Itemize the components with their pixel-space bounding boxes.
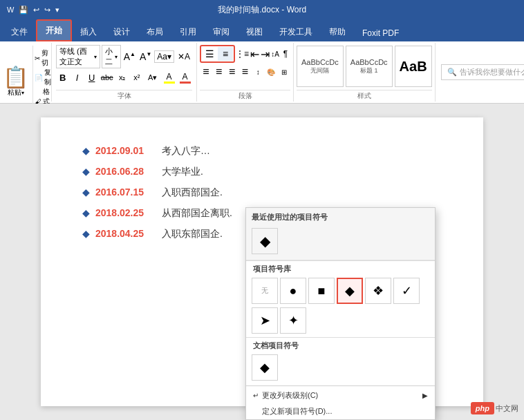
bullet-star2-item[interactable]: ✦	[280, 307, 306, 334]
list-item: ◆ 2012.09.01 考入八字…	[82, 145, 442, 158]
doc-bullets-grid: ◆	[246, 352, 435, 384]
tab-foxit[interactable]: Foxit PDF	[354, 24, 407, 41]
bullet-star-item[interactable]: ❖	[365, 278, 391, 304]
recently-used-section: 最近使用过的项目符号 ◆	[246, 208, 435, 260]
superscript-button[interactable]: x²	[130, 70, 143, 84]
paragraph-group: ☰ ≡ ⋮≡ ⇤ ⇥ ↕A ¶ ≡ ≡ ≡ ≡ ↕ 🎨 ⊞ 段落	[197, 43, 294, 102]
dropdown-divider	[246, 385, 435, 386]
watermark-suffix: 中文网	[496, 403, 518, 414]
styles-group-label: 样式	[297, 90, 432, 102]
text-effects-button[interactable]: A▾	[144, 70, 160, 84]
change-level-menu-item[interactable]: ↵ 更改列表级别(C) ▶	[246, 388, 435, 403]
styles-group: AaBbCcDc 无间隔 AaBbCcDc 标题 1 AaB 样式	[294, 43, 436, 102]
style-aab-button[interactable]: AaB	[395, 46, 432, 87]
bullet-list-area: ☰ ≡	[200, 45, 235, 63]
watermark: php 中文网	[471, 402, 518, 414]
line-spacing-button[interactable]: ↕	[252, 65, 264, 79]
entry-date: 2018.02.25	[95, 207, 151, 218]
tab-developer[interactable]: 开发工具	[271, 22, 321, 41]
entry-date: 2016.07.15	[95, 187, 151, 198]
tab-file[interactable]: 文件	[3, 22, 36, 41]
bullet-none-item[interactable]: 无	[252, 278, 278, 304]
subscript-button[interactable]: x₂	[115, 70, 129, 84]
copy-button[interactable]: 📄复制	[35, 68, 51, 87]
font-name-selector[interactable]: 等线 (西文正文▾	[56, 45, 100, 68]
recently-used-items: ◆	[252, 225, 429, 257]
word-icon: W	[6, 4, 15, 15]
tab-view[interactable]: 视图	[238, 22, 271, 41]
font-aa-button[interactable]: Aa▾	[154, 50, 174, 63]
doc-bullets-title: 文档项目符号	[246, 338, 435, 352]
search-input[interactable]: 🔍 告诉我你想要做什么	[441, 64, 524, 80]
library-grid: 无 ● ■ ◆ ❖ ✓	[246, 276, 435, 307]
tab-layout[interactable]: 布局	[138, 22, 171, 41]
border-button[interactable]: ⊞	[278, 65, 290, 79]
ribbon: 📋 粘贴▾ ✂剪切 📄复制 🖌格式刷 剪贴板 等线 (西文正文▾ 小二▾ A▲ …	[0, 41, 524, 104]
save-icon[interactable]: 💾	[17, 4, 30, 16]
bullet-list-button[interactable]: ☰	[202, 47, 217, 61]
doc-bullet-diamond-item[interactable]: ◆	[252, 354, 278, 381]
list-item: ◆ 2016.06.28 大学毕业.	[82, 166, 442, 178]
font-size-selector[interactable]: 小二▾	[102, 45, 121, 68]
tab-home[interactable]: 开始	[36, 19, 72, 41]
entry-text: 入职东部国企.	[162, 228, 223, 240]
bold-button[interactable]: B	[56, 70, 69, 84]
justify-button[interactable]: ≡	[239, 65, 252, 79]
bullet-icon: ◆	[82, 166, 90, 177]
multilevel-list-button[interactable]: ⋮≡	[236, 47, 249, 61]
entry-date: 2012.09.01	[95, 145, 151, 156]
cut-button[interactable]: ✂剪切	[35, 48, 51, 68]
search-icon: 🔍	[447, 68, 457, 77]
align-left-button[interactable]: ≡	[200, 65, 212, 79]
italic-button[interactable]: I	[71, 70, 84, 84]
customize-icon[interactable]: ▾	[54, 4, 61, 16]
tab-help[interactable]: 帮助	[321, 22, 354, 41]
ribbon-tabs: 文件 开始 插入 设计 布局 引用 审阅 视图 开发工具 帮助 Foxit PD…	[0, 19, 524, 41]
style-normal-button[interactable]: AaBbCcDc 无间隔	[297, 46, 344, 87]
window-title: 我的时间轴.docx - Word	[218, 4, 306, 16]
undo-icon[interactable]: ↩	[32, 4, 41, 16]
show-marks-button[interactable]: ¶	[281, 47, 290, 61]
library-title: 项目符号库	[246, 261, 435, 276]
title-bar: W 💾 ↩ ↪ ▾ 我的时间轴.docx - Word	[0, 0, 524, 19]
tab-review[interactable]: 审阅	[205, 22, 238, 41]
bullet-icon: ◆	[82, 228, 90, 239]
indent-icon: ↵	[253, 392, 259, 399]
search-area: 🔍 告诉我你想要做什么	[436, 43, 524, 102]
font-shrink-button[interactable]: A▼	[138, 50, 153, 63]
bullet-arrow-item[interactable]: ➤	[252, 307, 278, 334]
font-color-button[interactable]: A	[178, 72, 192, 84]
shading-button[interactable]: 🎨	[265, 65, 277, 79]
font-clear-button[interactable]: ✕A	[176, 51, 192, 62]
bullet-square-item[interactable]: ■	[308, 278, 335, 304]
redo-icon[interactable]: ↪	[43, 4, 52, 16]
strikethrough-button[interactable]: abc	[100, 70, 114, 84]
decrease-indent-button[interactable]: ⇤	[250, 47, 259, 61]
bullet-dropdown: 最近使用过的项目符号 ◆ 项目符号库 无 ● ■ ◆ ❖ ✓ ➤ ✦	[245, 207, 436, 420]
numbered-list-button[interactable]: ≡	[218, 47, 233, 61]
tab-design[interactable]: 设计	[105, 22, 138, 41]
bullet-icon: ◆	[82, 145, 90, 156]
tab-references[interactable]: 引用	[171, 22, 205, 41]
tab-insert[interactable]: 插入	[72, 22, 105, 41]
recent-bullet-item[interactable]: ◆	[252, 228, 278, 254]
underline-button[interactable]: U	[85, 70, 98, 84]
paragraph-group-label: 段落	[200, 90, 290, 102]
highlight-color-button[interactable]: A	[162, 72, 176, 84]
style-heading1-button[interactable]: AaBbCcDc 标题 1	[346, 46, 393, 87]
php-badge: php	[471, 402, 494, 414]
quick-access-toolbar: W 💾 ↩ ↪ ▾	[6, 4, 61, 16]
list-item: ◆ 2016.07.15 入职西部国企.	[82, 187, 442, 199]
font-grow-button[interactable]: A▲	[122, 50, 137, 63]
align-center-button[interactable]: ≡	[213, 65, 225, 79]
sort-button[interactable]: ↕A	[270, 47, 280, 61]
define-new-bullet-menu-item[interactable]: ↵ 定义新项目符号(D)...	[246, 403, 435, 419]
library-grid-row2: ➤ ✦	[246, 307, 435, 337]
increase-indent-button[interactable]: ⇥	[260, 47, 270, 61]
align-right-button[interactable]: ≡	[226, 65, 238, 79]
bullet-diamond-selected-item[interactable]: ◆	[337, 278, 363, 304]
font-group: 等线 (西文正文▾ 小二▾ A▲ A▼ Aa▾ ✕A B I U abc x₂ …	[52, 43, 197, 102]
bullet-circle-item[interactable]: ●	[280, 278, 306, 304]
bullet-check-item[interactable]: ✓	[393, 278, 420, 304]
entry-date: 2018.04.25	[95, 228, 151, 239]
